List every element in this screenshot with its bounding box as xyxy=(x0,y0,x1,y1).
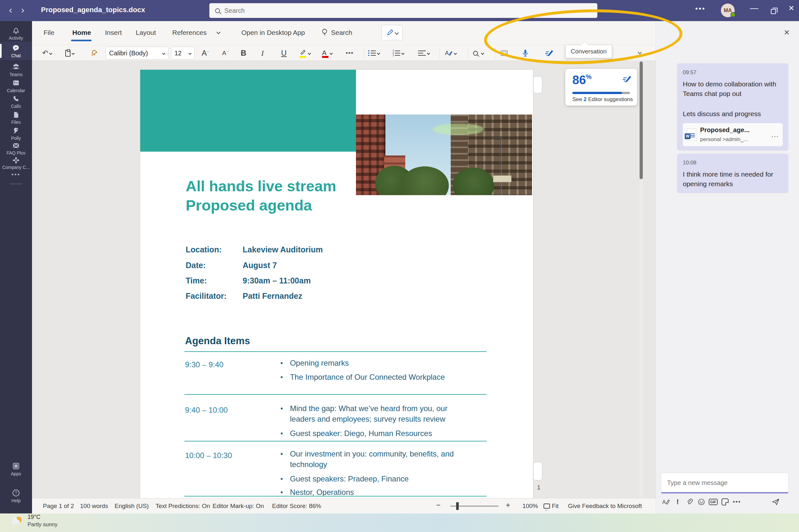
comment-marker[interactable] xyxy=(533,76,542,93)
sidebar-item-calls[interactable]: Calls xyxy=(0,93,32,110)
font-color-button[interactable]: A xyxy=(322,48,332,59)
message-input[interactable] xyxy=(667,479,782,487)
tab-layout[interactable]: Layout xyxy=(136,29,156,36)
find-button[interactable] xyxy=(473,48,484,59)
italic-button[interactable]: I xyxy=(261,48,264,59)
zoom-in-button[interactable]: + xyxy=(506,501,510,510)
format-icon[interactable]: A xyxy=(661,496,671,507)
underline-button[interactable]: U xyxy=(281,48,286,59)
editor-suggestions-link[interactable]: See 2 Editor suggestions xyxy=(572,96,633,103)
numbered-list-button[interactable]: 123 xyxy=(392,48,404,59)
tab-insert[interactable]: Insert xyxy=(105,29,122,36)
collapse-ribbon-chevron-icon[interactable] xyxy=(638,50,642,54)
search-bar[interactable] xyxy=(209,3,597,18)
agenda-item[interactable]: •Our investment in you: community, benef… xyxy=(280,449,460,470)
editor-score-status[interactable]: Editor Score: 86% xyxy=(272,502,321,510)
paste-button[interactable] xyxy=(65,48,74,59)
tab-references[interactable]: References xyxy=(172,29,206,36)
open-in-desktop-button[interactable]: Open in Desktop App xyxy=(241,29,305,36)
compose-more-icon[interactable]: ••• xyxy=(732,496,742,507)
sidebar-item-activity[interactable]: Activity xyxy=(0,25,32,42)
agenda-item[interactable]: •Guest speaker: Diego, Human Resources xyxy=(280,428,460,439)
detail-value[interactable]: Lakeview Auditorium xyxy=(243,245,323,254)
dictate-button[interactable] xyxy=(522,48,529,59)
zoom-slider-thumb[interactable] xyxy=(456,502,459,510)
word-count[interactable]: 100 words xyxy=(80,502,108,510)
detail-label[interactable]: Date: xyxy=(186,261,206,270)
sidebar-item-company-communicator[interactable]: Company C... xyxy=(0,155,32,171)
grow-font-button[interactable]: Aˆ xyxy=(202,48,209,59)
detail-label[interactable]: Facilitator: xyxy=(186,291,227,301)
font-size-select[interactable]: 12 xyxy=(171,47,194,59)
bulleted-list-button[interactable] xyxy=(368,48,380,59)
restore-button[interactable] xyxy=(767,6,780,16)
forward-icon[interactable]: › xyxy=(18,4,27,15)
sidebar-item-calendar[interactable]: Calendar xyxy=(0,77,32,94)
send-icon[interactable] xyxy=(771,496,780,507)
tellme-search-button[interactable]: Search xyxy=(331,29,352,36)
detail-label[interactable]: Location: xyxy=(186,245,222,254)
feedback-link[interactable]: Give Feedback to Microsoft xyxy=(568,502,642,510)
agenda-time[interactable]: 10:00 – 10:30 xyxy=(185,451,232,460)
search-input[interactable] xyxy=(224,7,577,14)
file-more-icon[interactable]: ... xyxy=(772,130,779,139)
sidebar-item-apps[interactable]: Apps xyxy=(0,461,32,477)
drawing-pen-dropdown[interactable] xyxy=(382,25,403,40)
styles-button[interactable]: A xyxy=(444,48,457,59)
font-name-select[interactable]: Calibri (Body) xyxy=(106,47,168,59)
agenda-time[interactable]: 9:30 – 9:40 xyxy=(185,360,223,369)
language[interactable]: English (US) xyxy=(115,502,149,510)
document-scrollbar-thumb[interactable] xyxy=(639,61,643,179)
attach-icon[interactable] xyxy=(685,496,694,507)
file-attachment-card[interactable]: Proposed_age... personal >admin_... ... xyxy=(683,123,783,146)
sidebar-item-teams[interactable]: Teams xyxy=(0,61,32,78)
undo-button[interactable]: ↶ xyxy=(42,48,52,59)
back-icon[interactable]: ‹ xyxy=(6,4,15,15)
agenda-item[interactable]: •Opening remarks xyxy=(280,358,460,368)
gif-icon[interactable]: GIF xyxy=(708,496,718,507)
sidebar-item-polly[interactable]: Polly xyxy=(0,126,32,142)
sidebar-item-files[interactable]: Files xyxy=(0,109,32,126)
zoom-level[interactable]: 100% xyxy=(522,502,538,510)
detail-value[interactable]: Patti Fernandez xyxy=(243,291,302,301)
shrink-font-button[interactable]: Aˇ xyxy=(222,48,228,59)
detail-label[interactable]: Time: xyxy=(186,276,207,285)
highlight-color-button[interactable] xyxy=(300,48,311,59)
fit-button[interactable]: Fit xyxy=(543,502,559,510)
zoom-out-button[interactable]: − xyxy=(436,501,441,510)
alignment-button[interactable] xyxy=(418,48,430,59)
close-window-button[interactable]: × xyxy=(785,3,798,14)
immersive-reader-button[interactable] xyxy=(500,48,508,59)
minimize-button[interactable]: — xyxy=(748,3,761,13)
sidebar-item-faq-plus[interactable]: FAQ Plus xyxy=(0,140,32,157)
detail-value[interactable]: August 7 xyxy=(243,261,277,270)
weather-temp[interactable]: 19°C xyxy=(27,514,40,520)
detail-value[interactable]: 9:30am – 11:00am xyxy=(243,276,311,285)
chat-message[interactable]: Lets discuss and progress Proposed_age..… xyxy=(677,100,788,151)
agenda-item[interactable]: •Mind the gap: What we’ve heard from you… xyxy=(280,403,460,424)
chat-message[interactable]: 10:08 I think more time is needed for op… xyxy=(677,154,788,193)
sticker-icon[interactable] xyxy=(720,496,730,507)
more-tabs-chevron-icon[interactable] xyxy=(217,30,221,34)
emoji-icon[interactable] xyxy=(696,496,706,507)
more-options-icon[interactable]: ••• xyxy=(695,4,706,13)
weather-condition[interactable]: Partly sunny xyxy=(27,521,58,528)
agenda-time[interactable]: 9:40 – 10:00 xyxy=(185,406,228,415)
text-predictions[interactable]: Text Predictions: On xyxy=(155,502,210,510)
agenda-item[interactable]: •The Importance of Our Connected Workpla… xyxy=(280,372,460,382)
document-title[interactable]: All hands live stream Proposed agenda xyxy=(186,176,336,215)
editor-score-card[interactable]: 86% See 2 Editor suggestions xyxy=(565,69,637,106)
page-count[interactable]: Page 1 of 2 xyxy=(43,502,74,510)
chat-message[interactable]: 09:57 How to demo collaboration with Tea… xyxy=(677,63,788,103)
agenda-item[interactable]: •Guest speakers: Pradeep, Finance xyxy=(280,473,460,484)
format-painter-button[interactable] xyxy=(90,48,98,59)
message-compose-box[interactable] xyxy=(661,473,788,493)
agenda-heading[interactable]: Agenda Items xyxy=(185,335,250,347)
document-page[interactable]: All hands live stream Proposed agenda Lo… xyxy=(140,70,533,498)
comment-marker[interactable] xyxy=(533,462,542,480)
sidebar-item-chat[interactable]: Chat xyxy=(0,42,32,60)
tab-home[interactable]: Home xyxy=(72,29,91,36)
close-chat-icon[interactable]: × xyxy=(784,27,790,38)
bold-button[interactable]: B xyxy=(241,48,246,59)
sidebar-item-help[interactable]: ? Help xyxy=(0,488,32,504)
